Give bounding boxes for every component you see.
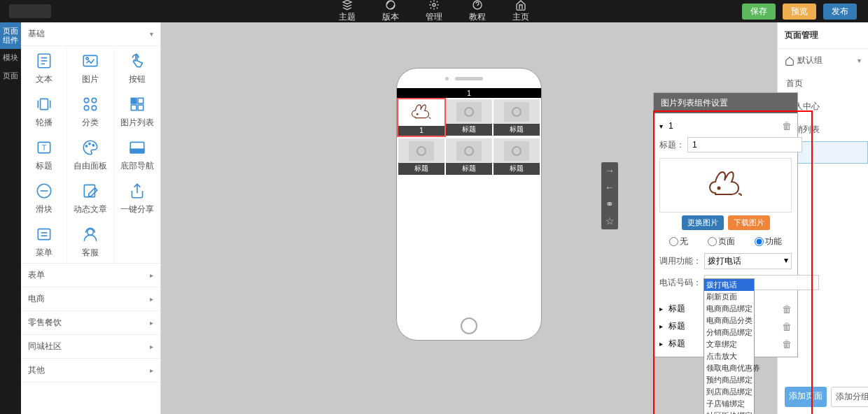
rail-pages[interactable]: 页面 xyxy=(0,67,21,85)
svg-point-33 xyxy=(718,187,720,190)
rail-modules[interactable]: 模块 xyxy=(0,49,21,66)
chevron-down-icon: ▾ xyxy=(858,57,861,64)
section-retail[interactable]: 零售餐饮▸ xyxy=(21,311,160,335)
arrow-left-icon[interactable]: ← xyxy=(601,179,618,196)
comp-image[interactable]: 图片 xyxy=(67,46,113,90)
comp-category[interactable]: 分类 xyxy=(67,90,113,133)
add-group-button[interactable]: 添加分组 xyxy=(831,387,868,407)
publish-button[interactable]: 发布 xyxy=(823,3,857,20)
carousel-icon xyxy=(34,94,54,114)
img-item[interactable]: 标题 xyxy=(398,138,444,175)
comp-label: 一键分享 xyxy=(120,204,154,215)
preview-button[interactable]: 预览 xyxy=(783,3,816,20)
tab-label: 主题 xyxy=(339,11,356,23)
comp-button[interactable]: 按钮 xyxy=(114,46,160,90)
delete-icon[interactable]: 🗑 xyxy=(782,338,792,350)
dropdown-option[interactable]: 拨打电话 xyxy=(704,279,754,291)
function-select[interactable]: 拨打电话▾ xyxy=(704,253,792,269)
section-form[interactable]: 表单▸ xyxy=(21,264,160,287)
svg-rect-27 xyxy=(84,185,94,197)
save-button[interactable]: 保存 xyxy=(742,3,776,20)
img-placeholder xyxy=(446,99,492,124)
expand-icon[interactable]: ▸ xyxy=(659,340,663,348)
section-basic[interactable]: 基础 ▾ xyxy=(21,22,160,46)
dropdown-option[interactable]: 点击放大 xyxy=(704,350,754,362)
section-label: 其他 xyxy=(28,364,45,376)
title-icon: T xyxy=(34,138,54,157)
comp-title[interactable]: T标题 xyxy=(21,133,67,176)
comp-imglist[interactable]: 图片列表 xyxy=(114,90,160,133)
comp-dynamic-article[interactable]: 动态文章 xyxy=(67,176,113,220)
tab-tutorial[interactable]: 教程 xyxy=(469,0,486,23)
svg-point-22 xyxy=(92,144,94,145)
section-ecommerce[interactable]: 电商▸ xyxy=(21,287,160,311)
comp-carousel[interactable]: 轮播 xyxy=(21,90,67,133)
img-item[interactable]: 标题 xyxy=(446,138,492,175)
page-group[interactable]: 默认组 ▾ xyxy=(778,49,868,72)
logo-area xyxy=(0,0,59,22)
comp-label: 自由面板 xyxy=(74,160,107,172)
section-community[interactable]: 同城社区▸ xyxy=(21,335,160,359)
version-icon xyxy=(385,0,396,10)
left-rail: 页面组件 模块 页面 xyxy=(0,22,21,414)
delete-icon[interactable]: 🗑 xyxy=(782,120,792,131)
download-image-button[interactable]: 下载图片 xyxy=(728,215,770,230)
link-icon[interactable]: ⚭ xyxy=(601,196,618,213)
delete-icon[interactable]: 🗑 xyxy=(782,304,792,315)
comp-kefu[interactable]: 客服 xyxy=(67,220,113,263)
radio-page[interactable]: 页面 xyxy=(708,236,735,248)
svg-rect-14 xyxy=(131,98,136,104)
dropdown-option[interactable]: 分销商品绑定 xyxy=(704,327,754,338)
dropdown-option[interactable]: 到店商品绑定 xyxy=(704,386,754,398)
comp-share[interactable]: 一键分享 xyxy=(114,176,160,220)
item-label: 1 xyxy=(419,126,424,134)
comp-menu[interactable]: 菜单 xyxy=(21,220,67,263)
dropdown-option[interactable]: 领取电商优惠券 xyxy=(704,362,754,374)
img-placeholder xyxy=(493,99,540,124)
settings-header: 图片列表组件设置 xyxy=(654,93,797,113)
section-label: 同城社区 xyxy=(28,341,62,352)
title-input[interactable] xyxy=(687,137,802,152)
dropdown-option[interactable]: 文章绑定 xyxy=(704,338,754,350)
delete-icon[interactable]: 🗑 xyxy=(782,321,792,332)
dropdown-option[interactable]: 预约商品绑定 xyxy=(704,374,754,386)
expand-icon[interactable]: ▸ xyxy=(659,322,663,330)
tab-version[interactable]: 版本 xyxy=(382,0,399,23)
svg-rect-7 xyxy=(83,55,97,66)
phone-status-bar: 1 xyxy=(397,88,541,98)
dropdown-option[interactable]: 电商商品分类 xyxy=(704,315,754,327)
collapse-icon[interactable]: ▾ xyxy=(659,122,663,130)
comp-slider[interactable]: 滑块 xyxy=(21,176,67,220)
component-panel: 基础 ▾ 文本 图片 按钮 轮播 分类 图片列表 T标题 自由面板 底部导航 滑… xyxy=(21,22,161,414)
radio-none[interactable]: 无 xyxy=(669,236,688,248)
comp-bottom-nav[interactable]: 底部导航 xyxy=(114,133,160,176)
dropdown-option[interactable]: 电商商品绑定 xyxy=(704,303,754,315)
section-label: 电商 xyxy=(28,293,45,305)
img-item[interactable]: 标题 xyxy=(493,99,540,136)
comp-text[interactable]: 文本 xyxy=(21,46,67,90)
tab-manage[interactable]: 管理 xyxy=(426,0,442,23)
dropdown-option[interactable]: 社区版块绑定 xyxy=(704,410,754,414)
radio-function[interactable]: 功能 xyxy=(755,236,782,248)
tab-home[interactable]: 主页 xyxy=(512,0,529,23)
dropdown-option[interactable]: 刷新页面 xyxy=(704,291,754,303)
img-item[interactable]: 标题 xyxy=(493,138,540,175)
bottomnav-icon xyxy=(127,138,147,157)
img-item[interactable]: 标题 xyxy=(446,99,492,136)
svg-rect-16 xyxy=(131,105,136,110)
comp-label: 分类 xyxy=(82,117,99,129)
comp-label: 底部导航 xyxy=(120,160,154,172)
img-item[interactable]: 1 xyxy=(398,99,444,136)
arrow-right-icon[interactable]: → xyxy=(601,162,618,179)
manage-icon xyxy=(428,0,440,10)
add-page-button[interactable]: 添加页面 xyxy=(785,387,827,407)
comp-free-panel[interactable]: 自由面板 xyxy=(67,133,113,176)
section-other[interactable]: 其他▸ xyxy=(21,359,160,383)
dropdown-option[interactable]: 子店铺绑定 xyxy=(704,398,754,410)
rail-page-components[interactable]: 页面组件 xyxy=(0,22,21,49)
expand-icon[interactable]: ▸ xyxy=(659,305,663,313)
star-icon[interactable]: ☆ xyxy=(601,213,618,229)
change-image-button[interactable]: 更换图片 xyxy=(682,215,724,230)
tab-label: 主页 xyxy=(512,11,529,23)
tab-theme[interactable]: 主题 xyxy=(339,0,356,23)
